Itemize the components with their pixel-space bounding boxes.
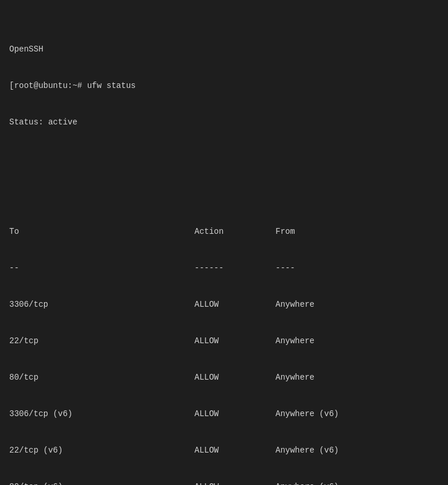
col-from-header: From xyxy=(276,226,439,238)
col-from-sep: ---- xyxy=(276,262,439,274)
terminal-window: OpenSSH [root@ubuntu:~# ufw status Statu… xyxy=(9,7,439,485)
from-cell: Anywhere (v6) xyxy=(276,408,439,420)
terminal-content: OpenSSH [root@ubuntu:~# ufw status Statu… xyxy=(9,7,439,485)
table-row: 80/tcp (v6) ALLOW Anywhere (v6) xyxy=(9,481,439,485)
to-cell: 22/tcp (v6) xyxy=(9,444,194,457)
from-cell: Anywhere xyxy=(276,299,439,311)
table1-separator: -- ------ ---- xyxy=(9,262,439,274)
status1-line: Status: active xyxy=(9,116,439,128)
from-cell: Anywhere (v6) xyxy=(276,444,439,457)
action-cell: ALLOW xyxy=(194,444,276,457)
action-cell: ALLOW xyxy=(194,299,276,311)
table-row: 22/tcp ALLOW Anywhere xyxy=(9,335,439,347)
col-to-header: To xyxy=(9,226,194,238)
to-cell: 3306/tcp (v6) xyxy=(9,408,194,420)
col-action-sep: ------ xyxy=(194,262,276,274)
to-cell: 22/tcp xyxy=(9,335,194,347)
table-row: 3306/tcp ALLOW Anywhere xyxy=(9,299,439,311)
action-cell: ALLOW xyxy=(194,335,276,347)
action-cell: ALLOW xyxy=(194,372,276,384)
table1-header: To Action From xyxy=(9,226,439,238)
to-cell: 80/tcp xyxy=(9,372,194,384)
action-cell: ALLOW xyxy=(194,481,276,485)
table-row: 22/tcp (v6) ALLOW Anywhere (v6) xyxy=(9,444,439,457)
table-row: 80/tcp ALLOW Anywhere xyxy=(9,372,439,384)
from-cell: Anywhere xyxy=(276,372,439,384)
col-action-header: Action xyxy=(194,226,276,238)
to-cell: 80/tcp (v6) xyxy=(9,481,194,485)
action-cell: ALLOW xyxy=(194,408,276,420)
col-to-sep: -- xyxy=(9,262,194,274)
table1-section: To Action From -- ------ ---- 3306/tcp A… xyxy=(9,201,439,485)
to-cell: 3306/tcp xyxy=(9,299,194,311)
from-cell: Anywhere xyxy=(276,335,439,347)
table-row: 3306/tcp (v6) ALLOW Anywhere (v6) xyxy=(9,408,439,420)
openssh-label: OpenSSH xyxy=(9,43,439,56)
cmd1-line: [root@ubuntu:~# ufw status xyxy=(9,80,439,92)
from-cell: Anywhere (v6) xyxy=(276,481,439,485)
blank1 xyxy=(9,153,439,165)
